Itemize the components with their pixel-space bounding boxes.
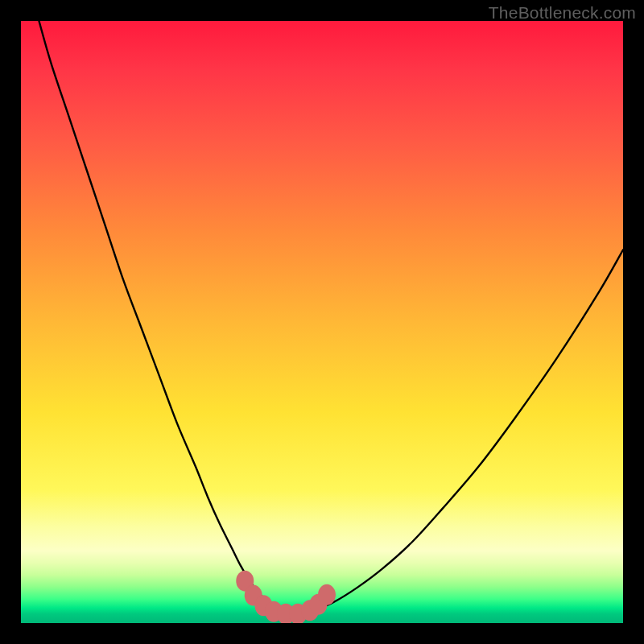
trough-marker: [318, 584, 336, 605]
trough-markers: [236, 571, 336, 623]
curve-layer: [21, 21, 623, 623]
plot-area: [21, 21, 623, 623]
bottleneck-curve: [39, 21, 623, 614]
watermark-text: TheBottleneck.com: [489, 3, 636, 23]
chart-frame: TheBottleneck.com: [0, 0, 644, 644]
